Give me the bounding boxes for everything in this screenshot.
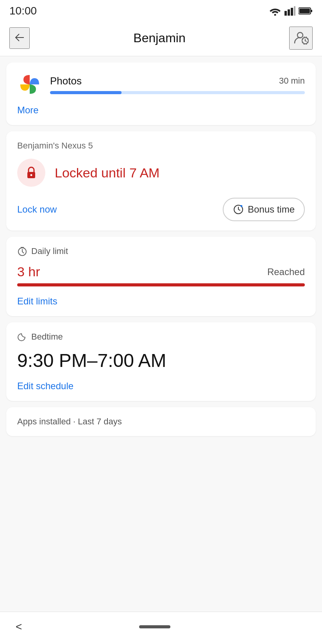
bedtime-label: Bedtime: [17, 332, 305, 342]
wifi-icon: [269, 6, 281, 16]
lock-card: Benjamin's Nexus 5 Locked until 7 AM Loc…: [6, 131, 316, 231]
photos-header: Photos 30 min: [50, 75, 305, 87]
timer-icon: [17, 246, 27, 256]
svg-rect-2: [288, 9, 290, 16]
photos-time-used: 30 min: [279, 76, 305, 86]
edit-schedule-link[interactable]: Edit schedule: [17, 381, 305, 392]
bottom-nav: <: [0, 612, 322, 644]
svg-point-10: [305, 40, 306, 41]
limit-reached: Reached: [267, 267, 305, 277]
main-content: Photos 30 min More Benjamin's Nexus 5 Lo…: [0, 56, 322, 442]
photos-row: Photos 30 min: [17, 72, 305, 97]
photos-card: Photos 30 min More: [6, 63, 316, 125]
photos-app-name: Photos: [50, 75, 82, 87]
svg-point-12: [30, 174, 32, 176]
apps-installed-label: Apps installed · Last 7 days: [17, 417, 305, 427]
svg-rect-4: [294, 6, 295, 16]
header: Benjamin: [0, 20, 322, 56]
limit-value: 3 hr: [17, 264, 40, 279]
limit-row: 3 hr Reached: [17, 264, 305, 279]
nav-back-button[interactable]: <: [9, 617, 28, 636]
svg-point-0: [274, 14, 276, 16]
lock-status-row: Locked until 7 AM: [17, 159, 305, 187]
edit-limits-link[interactable]: Edit limits: [17, 296, 305, 307]
lock-now-button[interactable]: Lock now: [17, 204, 57, 215]
lock-status-text: Locked until 7 AM: [55, 165, 159, 181]
back-button[interactable]: [9, 27, 30, 49]
bedtime-section-label: Bedtime: [31, 332, 63, 342]
bonus-time-button[interactable]: Bonus time: [223, 198, 305, 221]
photos-app-icon: [17, 72, 42, 97]
photos-progress-fill: [50, 91, 122, 94]
more-link[interactable]: More: [17, 105, 305, 116]
daily-limit-card: Daily limit 3 hr Reached Edit limits: [6, 237, 316, 316]
bonus-time-icon: [233, 204, 244, 215]
nav-home-indicator[interactable]: [139, 625, 170, 628]
svg-rect-7: [299, 9, 310, 13]
page-title: Benjamin: [133, 31, 185, 45]
lock-actions: Lock now Bonus time: [17, 198, 305, 221]
lock-icon: [23, 165, 39, 181]
bedtime-card: Bedtime 9:30 PM–7:00 AM Edit schedule: [6, 322, 316, 401]
account-settings-icon: [293, 30, 309, 45]
moon-icon: [17, 332, 27, 342]
device-name: Benjamin's Nexus 5: [17, 141, 305, 151]
daily-limit-section-label: Daily limit: [31, 246, 68, 256]
battery-icon: [299, 7, 313, 15]
lock-icon-circle: [17, 159, 45, 187]
svg-rect-1: [284, 11, 287, 16]
apps-installed-card: Apps installed · Last 7 days: [6, 407, 316, 436]
bedtime-schedule: 9:30 PM–7:00 AM: [17, 350, 305, 371]
svg-rect-6: [311, 10, 312, 12]
back-arrow-icon: [13, 31, 26, 44]
signal-icon: [284, 6, 295, 16]
svg-rect-3: [291, 8, 293, 16]
status-bar: 10:00: [0, 0, 322, 20]
limit-progress-bar: [17, 283, 305, 286]
photos-progress-bg: [50, 91, 305, 94]
photos-info: Photos 30 min: [50, 75, 305, 94]
status-time: 10:00: [9, 5, 37, 17]
status-icons: [269, 6, 313, 16]
daily-limit-label: Daily limit: [17, 246, 305, 256]
bonus-time-label: Bonus time: [248, 204, 295, 215]
account-settings-button[interactable]: [289, 27, 313, 50]
